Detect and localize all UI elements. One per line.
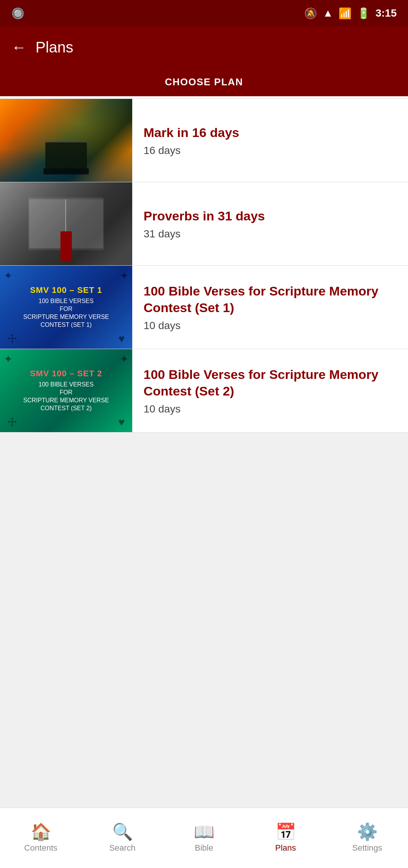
empty-space xyxy=(0,432,408,808)
nav-item-plans[interactable]: 📅 Plans xyxy=(245,823,326,853)
decor1: ✦ xyxy=(4,269,12,282)
plan-duration-smv1: 10 days xyxy=(144,320,397,332)
plan-info-proverbs: Proverbs in 31 days 31 days xyxy=(132,182,408,265)
plan-image-smv1: ✦ ✦ ☩ ♥ SMV 100 – SET 1 100 Bible Verses… xyxy=(0,266,132,349)
plan-item-proverbs[interactable]: Proverbs in 31 days 31 days xyxy=(0,182,408,266)
plan-list: Mark in 16 days 16 days Proverbs in 31 d… xyxy=(0,99,408,808)
decor8: ♥ xyxy=(118,416,125,428)
plan-duration-smv2: 10 days xyxy=(144,403,397,415)
decor2: ✦ xyxy=(120,269,128,282)
plan-image-mark xyxy=(0,99,132,182)
plan-info-smv1: 100 Bible Verses for Scripture Memory Co… xyxy=(132,266,408,349)
app-bar: ← Plans xyxy=(0,26,408,68)
smv2-subtitle: 100 Bible Verses for Scripture Memory Ve… xyxy=(23,381,109,412)
battery-icon: 🔋 xyxy=(357,7,370,20)
tab-choose-plan[interactable]: CHOOSE PLAN xyxy=(0,68,408,98)
smv2-text: SMV 100 – SET 2 100 Bible Verses for Scr… xyxy=(19,365,113,416)
status-bar-right: 🔕 ▲ 📶 🔋 3:15 xyxy=(304,7,397,20)
bottom-nav: 🏠 Contents 🔍 Search 📖 Bible 📅 Plans ⚙️ S… xyxy=(0,808,408,868)
app-bar-title: Plans xyxy=(36,39,73,56)
plan-info-smv2: 100 Bible Verses for Scripture Memory Co… xyxy=(132,349,408,432)
decor6: ✦ xyxy=(120,353,128,365)
smv2-title: SMV 100 – SET 2 xyxy=(23,369,109,379)
time-display: 3:15 xyxy=(376,7,397,19)
back-button[interactable]: ← xyxy=(11,39,26,56)
nav-item-contents[interactable]: 🏠 Contents xyxy=(0,823,82,853)
plan-title-smv2: 100 Bible Verses for Scripture Memory Co… xyxy=(144,366,397,399)
smv1-title: SMV 100 – SET 1 xyxy=(23,285,109,295)
bible-icon: 📖 xyxy=(194,823,215,840)
nav-label-bible: Bible xyxy=(195,843,213,853)
plan-image-proverbs xyxy=(0,182,132,265)
plan-item-mark[interactable]: Mark in 16 days 16 days xyxy=(0,99,408,182)
nav-item-bible[interactable]: 📖 Bible xyxy=(163,823,245,853)
decor3: ☩ xyxy=(8,332,17,345)
decor5: ✦ xyxy=(4,353,12,365)
vpn-icon: 🔘 xyxy=(11,7,25,20)
plan-title-smv1: 100 Bible Verses for Scripture Memory Co… xyxy=(144,283,397,316)
nav-label-settings: Settings xyxy=(352,843,382,853)
decor7: ☩ xyxy=(8,416,17,428)
tab-bar: CHOOSE PLAN xyxy=(0,68,408,99)
home-icon: 🏠 xyxy=(31,823,51,840)
plan-duration-mark: 16 days xyxy=(144,145,397,157)
search-icon: 🔍 xyxy=(112,823,133,840)
plan-duration-proverbs: 31 days xyxy=(144,228,397,240)
plan-title-proverbs: Proverbs in 31 days xyxy=(144,208,397,224)
status-bar: 🔘 🔕 ▲ 📶 🔋 3:15 xyxy=(0,0,408,26)
plan-title-mark: Mark in 16 days xyxy=(144,124,397,141)
decor4: ♥ xyxy=(118,333,125,345)
nav-item-search[interactable]: 🔍 Search xyxy=(82,823,163,853)
smv1-subtitle: 100 Bible Verses for Scripture Memory Ve… xyxy=(23,297,109,329)
notification-icon: 🔕 xyxy=(304,7,317,20)
wifi-icon: ▲ xyxy=(323,7,333,19)
nav-item-settings[interactable]: ⚙️ Settings xyxy=(326,823,408,853)
plans-icon: 📅 xyxy=(275,823,296,840)
nav-label-contents: Contents xyxy=(24,843,57,853)
plan-image-smv2: ✦ ✦ ☩ ♥ SMV 100 – SET 2 100 Bible Verses… xyxy=(0,349,132,432)
smv1-text: SMV 100 – SET 1 100 Bible Verses for Scr… xyxy=(19,282,113,332)
settings-icon: ⚙️ xyxy=(357,823,378,840)
status-bar-left: 🔘 xyxy=(11,7,25,20)
nav-label-search: Search xyxy=(109,843,136,853)
signal-icon: 📶 xyxy=(338,7,352,20)
nav-label-plans: Plans xyxy=(275,843,296,853)
plan-item-smv1[interactable]: ✦ ✦ ☩ ♥ SMV 100 – SET 1 100 Bible Verses… xyxy=(0,266,408,349)
plan-info-mark: Mark in 16 days 16 days xyxy=(132,99,408,182)
plan-item-smv2[interactable]: ✦ ✦ ☩ ♥ SMV 100 – SET 2 100 Bible Verses… xyxy=(0,349,408,432)
